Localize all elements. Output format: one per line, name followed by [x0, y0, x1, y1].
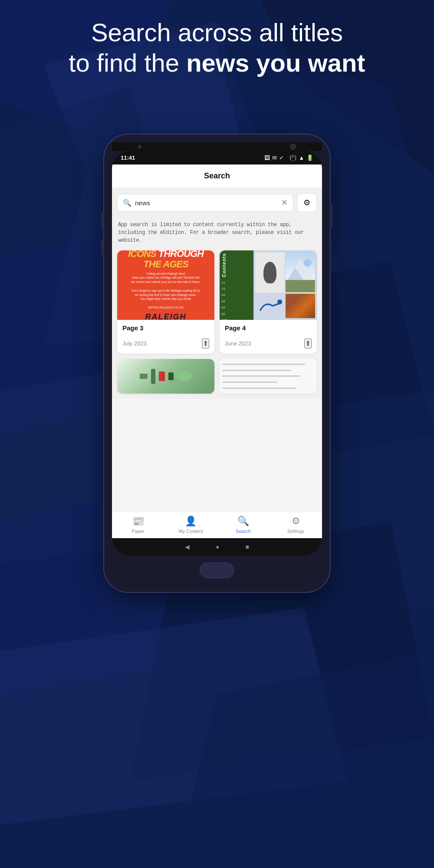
- text-line-4: [222, 381, 277, 383]
- nav-item-search[interactable]: 🔍 Search: [217, 516, 270, 534]
- nav-label-search: Search: [236, 529, 251, 534]
- saddle-image: [255, 252, 285, 293]
- share-button-1[interactable]: ⬆: [202, 339, 209, 349]
- cycling-images-panel: [253, 250, 317, 320]
- card-info-1: Page 3: [117, 320, 214, 339]
- nav-label-mycontent: My Content: [178, 529, 203, 534]
- search-query-text[interactable]: news: [135, 199, 278, 207]
- card-page-1: Page 3: [122, 324, 209, 332]
- app-screen: Search 🔍 news ✕ ⚙ App search is limited …: [112, 164, 322, 512]
- share-button-2[interactable]: ⬆: [304, 339, 312, 349]
- svg-rect-17: [286, 280, 315, 292]
- status-icons: 🖼 ✉ ✓ 📳 ▲ 🔋: [264, 155, 313, 161]
- status-bar: 11:41 🖼 ✉ ✓ 📳 ▲ 🔋: [112, 151, 322, 164]
- phone-home-area: [112, 556, 322, 584]
- phone-device: 11:41 🖼 ✉ ✓ 📳 ▲ 🔋 Search: [104, 135, 330, 592]
- nav-item-mycontent[interactable]: 👤 My Content: [164, 516, 217, 534]
- svg-point-19: [277, 300, 282, 305]
- front-camera: [290, 144, 296, 150]
- search-area: 🔍 news ✕ ⚙: [112, 188, 322, 217]
- camera-area: [112, 142, 322, 151]
- bottom-navigation: 📰 Paper 👤 My Content 🔍 Search ⚙ Settings: [112, 512, 322, 538]
- check-icon-status: ✓: [279, 155, 284, 161]
- home-button-hardware[interactable]: [200, 562, 234, 578]
- card-page-2: Page 4: [225, 324, 312, 332]
- page-numbers: 113345668490100111130: [221, 280, 252, 320]
- raleigh-brand: RALEIGH: [145, 312, 187, 322]
- mycontent-icon: 👤: [185, 516, 197, 527]
- raleigh-subtitle: Calling all retro Raleigh fans! Have you…: [131, 272, 201, 310]
- front-sensor: [138, 145, 141, 148]
- nav-item-paper[interactable]: 📰 Paper: [112, 516, 164, 534]
- search-info-text: App search is limited to content current…: [112, 217, 322, 250]
- android-nav-bar: ◀ ● ■: [112, 538, 322, 556]
- filter-button[interactable]: ⚙: [297, 193, 317, 212]
- nav-label-settings: Settings: [287, 529, 305, 534]
- hero-section: Search across all titles to find the new…: [0, 17, 434, 78]
- gear-item-2: [151, 369, 155, 384]
- mail-icon-status: ✉: [272, 155, 277, 161]
- card-date-2: June 2023: [225, 340, 251, 347]
- card-footer-1: July 2023 ⬆: [117, 339, 214, 354]
- text-line-2: [222, 370, 291, 371]
- gear-item-1: [140, 374, 148, 379]
- hero-title-line1: Search across all titles: [91, 18, 343, 46]
- result-card-1[interactable]: ICONS THROUGH THE AGES Calling all retro…: [117, 250, 214, 354]
- phone-screen: 11:41 🖼 ✉ ✓ 📳 ▲ 🔋 Search: [112, 151, 322, 556]
- text-line-1: [222, 364, 305, 365]
- search-nav-icon: 🔍: [237, 516, 249, 527]
- settings-icon: ⚙: [292, 516, 300, 527]
- autumn-image: [286, 294, 315, 318]
- text-line-3: [222, 375, 300, 377]
- home-button-circle[interactable]: ●: [216, 543, 219, 550]
- status-time: 11:41: [121, 155, 135, 161]
- filter-icon: ⚙: [303, 198, 310, 207]
- gear-item-5: [177, 372, 192, 381]
- hero-title-line2: to find the news you want: [69, 49, 365, 77]
- svg-point-18: [304, 259, 312, 267]
- recents-button[interactable]: ■: [246, 543, 249, 550]
- mountain-image: [286, 252, 315, 293]
- card-footer-2: June 2023 ⬆: [220, 339, 317, 354]
- cycling-contents-panel: Contents 113345668490100111130: [220, 250, 253, 320]
- card-info-2: Page 4: [220, 320, 317, 339]
- results-grid: ICONS THROUGH THE AGES Calling all retro…: [112, 250, 322, 399]
- nav-label-paper: Paper: [132, 529, 145, 534]
- back-button[interactable]: ◀: [185, 543, 190, 550]
- app-header: Search: [112, 164, 322, 188]
- text-line-5: [222, 388, 296, 389]
- cyclist-image: [255, 294, 285, 318]
- result-card-4[interactable]: [220, 359, 317, 394]
- gear-card-image: [117, 359, 214, 394]
- volume-button: [102, 239, 104, 256]
- nav-item-settings[interactable]: ⚙ Settings: [270, 516, 322, 534]
- card-date-1: July 2023: [122, 340, 147, 347]
- result-card-2[interactable]: Contents 113345668490100111130: [220, 250, 317, 354]
- cycling-card-image: Contents 113345668490100111130: [220, 250, 317, 320]
- wifi-icon: ▲: [299, 155, 304, 161]
- clear-search-button[interactable]: ✕: [281, 199, 288, 207]
- camera-icon-status: 🖼: [264, 155, 270, 161]
- vibrate-icon: 📳: [289, 155, 296, 161]
- app-title: Search: [204, 171, 230, 180]
- phone-outer-shell: 11:41 🖼 ✉ ✓ 📳 ▲ 🔋 Search: [104, 135, 330, 592]
- article-card-image: [220, 359, 317, 394]
- raleigh-title: ICONS THROUGH THE AGES: [128, 250, 204, 270]
- gear-item-4: [168, 372, 174, 380]
- search-icon: 🔍: [123, 199, 132, 207]
- gear-item-3: [159, 372, 165, 381]
- raleigh-card-image: ICONS THROUGH THE AGES Calling all retro…: [117, 250, 214, 320]
- paper-icon: 📰: [132, 516, 144, 527]
- battery-icon: 🔋: [306, 155, 313, 161]
- contents-label: Contents: [221, 253, 252, 277]
- search-input-wrapper[interactable]: 🔍 news ✕: [117, 194, 293, 212]
- result-card-3[interactable]: [117, 359, 214, 394]
